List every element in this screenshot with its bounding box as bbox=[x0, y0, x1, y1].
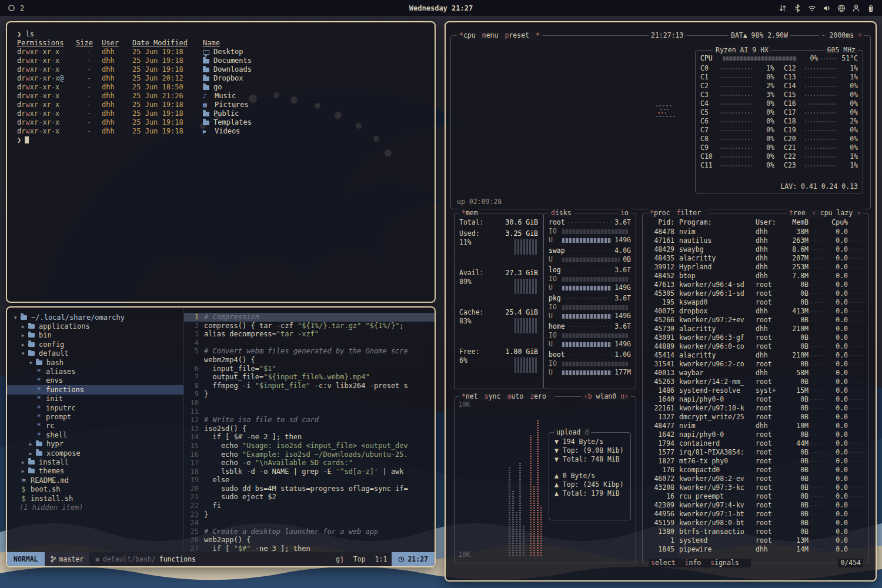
mem-meter bbox=[514, 239, 537, 255]
tree-item-default[interactable]: ▾default bbox=[7, 349, 183, 358]
new-prompt-line[interactable]: ❯ bbox=[17, 136, 435, 145]
tab-preset[interactable]: preset bbox=[505, 31, 529, 40]
tree-item-install[interactable]: ▸install bbox=[7, 457, 183, 466]
process-row[interactable]: 45414alacrittydhh210M0.0 bbox=[647, 351, 863, 360]
process-row[interactable]: 48452btopdhh7.8M0.0 bbox=[647, 272, 863, 280]
process-row[interactable]: 40075dropboxdhh413M0.0 bbox=[647, 307, 863, 316]
git-branch[interactable]: master bbox=[45, 552, 90, 566]
process-row[interactable]: 1327dmcrypt_write/25root0B0.0 bbox=[647, 413, 863, 422]
select-button[interactable]: select bbox=[651, 559, 676, 567]
filter-button[interactable]: filter bbox=[677, 209, 701, 218]
process-row[interactable]: 22161kworker/u97:10-kroot0B0.0 bbox=[647, 404, 863, 413]
process-row[interactable]: 1845pipewiredhh14M0.0 bbox=[647, 545, 863, 554]
interval-minus-button[interactable]: - bbox=[821, 31, 826, 39]
tree-root[interactable]: ▾ ~/.local/share/omarchy bbox=[7, 313, 183, 322]
process-row[interactable]: 45305kworker/u96:1-sdroot0B0.0 bbox=[647, 289, 863, 298]
process-row[interactable]: 195kswapd0root0B0.0 bbox=[647, 298, 863, 307]
code-line: 11 bbox=[184, 407, 435, 416]
process-row[interactable]: 47613kworker/u96:4-sdroot0B0.0 bbox=[647, 280, 863, 289]
tree-item-bin[interactable]: ▸bin bbox=[7, 331, 183, 340]
process-row[interactable]: 48477nvimdhh10M0.0 bbox=[647, 422, 863, 430]
process-row[interactable]: 47161nautilusdhh263M0.0 bbox=[647, 236, 863, 245]
tab-menu[interactable]: menu bbox=[482, 31, 499, 40]
workspace-indicator[interactable]: 2 bbox=[7, 4, 24, 12]
transfer-icon[interactable] bbox=[778, 4, 787, 12]
col-pid[interactable]: Pid: bbox=[647, 218, 674, 228]
sort-prev-button[interactable]: ‹ bbox=[812, 209, 820, 217]
process-row[interactable]: 1642napi/phy0-0root0B0.0 bbox=[647, 430, 863, 439]
process-row[interactable]: 44956kworker/u97:1-btroot0B0.0 bbox=[647, 510, 863, 519]
process-row[interactable]: 43091kworker/u96:3-gfroot0B0.0 bbox=[647, 333, 863, 342]
code-line: 23} bbox=[184, 510, 435, 519]
code-buffer[interactable]: 1# Compression2compress() { tar -czf "${… bbox=[184, 308, 435, 552]
battery-icon[interactable] bbox=[866, 4, 875, 12]
process-row[interactable]: 31541kworker/u96:2-coroot0B0.0 bbox=[647, 360, 863, 369]
volume-icon[interactable] bbox=[822, 4, 831, 12]
proc-panel-tabs: *procfilter bbox=[647, 209, 710, 218]
tree-item-boot-sh[interactable]: $boot.sh bbox=[7, 485, 183, 493]
process-row[interactable]: 40013waybardhh58M0.0 bbox=[647, 369, 863, 377]
process-row[interactable]: 48435alacrittydhh207M0.0 bbox=[647, 254, 863, 263]
process-row[interactable]: 1640napi/phy0-0root0B0.0 bbox=[647, 395, 863, 404]
tree-item-inputrc[interactable]: *inputrc bbox=[7, 403, 183, 412]
bluetooth-icon[interactable] bbox=[793, 4, 801, 12]
next-interface-button[interactable]: n› bbox=[620, 392, 629, 400]
process-row[interactable]: 1577irq/81-PIXA3854:root0B0.0 bbox=[647, 448, 863, 457]
wifi-icon[interactable] bbox=[807, 4, 816, 12]
mem-title[interactable]: mem bbox=[466, 209, 478, 217]
info-button[interactable]: info bbox=[685, 559, 701, 567]
process-row[interactable]: 1827mt76-tx phy0root0B0.0 bbox=[647, 457, 863, 466]
network-icon[interactable] bbox=[837, 4, 846, 12]
tree-item-envs[interactable]: *envs bbox=[7, 376, 183, 385]
signals-button[interactable]: signals bbox=[710, 559, 739, 567]
tree-item-install-sh[interactable]: $install.sh bbox=[7, 494, 183, 503]
tree-item-applications[interactable]: ▸applications bbox=[7, 322, 183, 330]
tree-item-shell[interactable]: *shell bbox=[7, 430, 183, 439]
tree-item-xcompose[interactable]: ▸xcompose bbox=[7, 449, 183, 457]
tree-item-aliases[interactable]: *aliases bbox=[7, 367, 183, 376]
process-row[interactable]: 43208kworker/u97:3-kcroot0B0.0 bbox=[647, 483, 863, 492]
process-row[interactable]: 16rcu_preemptroot0B0.0 bbox=[647, 492, 863, 501]
net-tab-sync[interactable]: sync bbox=[485, 392, 501, 401]
col-cpu[interactable]: Cpu% bbox=[828, 218, 848, 228]
tree-item-readme-md[interactable]: ≡README.md bbox=[7, 476, 183, 485]
process-row[interactable]: 1794containerdroot44M0.0 bbox=[647, 439, 863, 448]
prev-interface-button[interactable]: ‹b bbox=[584, 392, 592, 400]
process-row[interactable]: 45266kworker/u97:2+evroot0B0.0 bbox=[647, 316, 863, 325]
sort-next-button[interactable]: › bbox=[853, 209, 861, 217]
process-row[interactable]: 1systemdroot13M0.0 bbox=[647, 536, 863, 545]
col-program[interactable]: Program: bbox=[674, 218, 756, 228]
process-row[interactable]: 48478nvimdhh38M0.0 bbox=[647, 228, 863, 236]
user-icon[interactable] bbox=[851, 4, 860, 12]
tree-item-bash[interactable]: ▾bash bbox=[7, 358, 183, 367]
tree-item-functions[interactable]: *functions bbox=[7, 385, 183, 394]
io-toggle[interactable]: io bbox=[618, 209, 631, 218]
process-row[interactable]: 44889kworker/u96:0-coroot0B0.0 bbox=[647, 342, 863, 351]
process-row[interactable]: 45159kworker/u98:0-btroot0B0.0 bbox=[647, 519, 863, 527]
process-row[interactable]: 42309kworker/u97:4-kvroot0B0.0 bbox=[647, 501, 863, 510]
interval-plus-button[interactable]: + bbox=[858, 31, 862, 39]
process-row[interactable]: 1380btrfs-transactioroot0B0.0 bbox=[647, 527, 863, 536]
tree-item-rc[interactable]: *rc bbox=[7, 422, 183, 430]
tree-toggle[interactable]: tree bbox=[789, 209, 806, 218]
col-permissions: Permissions bbox=[17, 39, 71, 48]
tree-item-init[interactable]: *init bbox=[7, 395, 183, 403]
sort-column[interactable]: cpu lazy bbox=[820, 209, 853, 217]
tree-item-config[interactable]: ▸config bbox=[7, 340, 183, 349]
disks-title[interactable]: disks bbox=[549, 209, 574, 218]
col-memb[interactable]: MemB bbox=[784, 218, 808, 228]
process-row[interactable]: 176kcompactd0root0B0.0 bbox=[647, 466, 863, 475]
tab-cpu[interactable]: cpu bbox=[463, 31, 476, 40]
process-row[interactable]: 1486systemd-resolvesyst+15M0.0 bbox=[647, 386, 863, 395]
tree-item-hypr[interactable]: ▸hypr bbox=[7, 439, 183, 448]
process-row[interactable]: 48429swaybgdhh8.6M0.0 bbox=[647, 245, 863, 254]
process-row[interactable]: 46072kworker/u98:2-evroot0B0.0 bbox=[647, 475, 863, 483]
tree-item-prompt[interactable]: *prompt bbox=[7, 412, 183, 421]
process-row[interactable]: 45263kworker/14:2-mm_root0B0.0 bbox=[647, 377, 863, 386]
net-tab-zero[interactable]: zero bbox=[530, 392, 546, 401]
process-row[interactable]: 39912Hyprlanddhh253M0.0 bbox=[647, 263, 863, 272]
tree-item-themes[interactable]: ▸themes bbox=[7, 467, 183, 476]
process-row[interactable]: 45730alacrittydhh210M0.0 bbox=[647, 325, 863, 333]
col-user[interactable]: User: bbox=[756, 218, 784, 228]
net-tab-auto[interactable]: auto bbox=[507, 392, 523, 401]
